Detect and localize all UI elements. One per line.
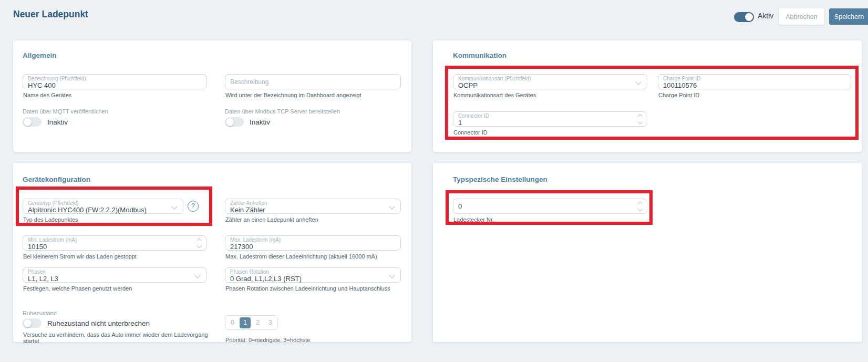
kommunikationsart-label: Kommunikationsart (Pflichtfeld) <box>458 76 633 82</box>
phasen-field: Phasen L1, L2, L3 Festlegen, welche Phas… <box>23 267 206 292</box>
modbus-toggle[interactable] <box>225 117 244 127</box>
kommunikationsart-select[interactable]: Kommunikationsart (Pflichtfeld) OCPP <box>453 74 647 89</box>
max-ladestrom-helper: Max. Ladestrom dieser Ladeeinrichtung (a… <box>225 253 401 260</box>
priority-option-0[interactable]: 0 <box>227 317 238 328</box>
ruhezustand-block: Ruhezustand Ruhezustand nicht unterbrech… <box>23 310 222 344</box>
min-ladestrom-input[interactable]: Min. Ladestrom (mA) 10150 <box>23 235 206 251</box>
toggle-knob <box>226 118 234 126</box>
max-ladestrom-input[interactable]: Max. Ladestrom (mA) 217300 <box>225 235 401 251</box>
connector-id-field: Connector ID 1 Connector ID <box>453 111 647 136</box>
bezeichnung-input[interactable]: Bezeichnung (Pflichtfeld) HYC 400 <box>23 74 206 89</box>
zaehler-value: Kein Zähler <box>230 206 387 214</box>
max-ladestrom-label: Max. Ladestrom (mA) <box>230 237 387 243</box>
ladestecker-field: 0 Ladestecker Nr. <box>453 199 647 223</box>
max-ladestrom-field: Max. Ladestrom (mA) 217300 Max. Ladestro… <box>225 235 401 260</box>
kommunikationsart-helper: Kommunikationsart des Gerätes <box>453 92 647 98</box>
chevron-down-icon[interactable] <box>389 272 395 278</box>
active-toggle-label: Aktiv <box>758 12 773 20</box>
phasen-rotation-label: Phasen Rotation <box>230 269 387 275</box>
mqtt-toggle-block: Daten über MQTT veröffentlichen Inaktiv <box>23 108 212 127</box>
min-ladestrom-field: Min. Ladestrom (mA) 10150 Bei kleinerem … <box>23 235 206 260</box>
zaehler-field: Zähler Anheften Kein Zähler Zähler an ei… <box>225 199 401 223</box>
bezeichnung-helper: Name des Gerätes <box>23 92 206 98</box>
card-title-typspezifisch: Typspezische Einstellungen <box>453 175 547 183</box>
beschreibung-placeholder: Beschreibung <box>230 78 387 86</box>
toggle-knob <box>745 13 753 21</box>
min-ladestrom-label: Min. Ladestrom (mA) <box>28 237 192 243</box>
modbus-toggle-label: Daten über Modbus TCP Server bereitstell… <box>225 108 414 115</box>
priority-selector: 0 1 2 3 <box>225 315 278 330</box>
cancel-button[interactable]: Abbrechen <box>779 8 824 25</box>
geraetetyp-value: Alpitronic HYC400 (FW:2.2.2)(Modbus) <box>28 206 169 214</box>
charge-point-id-label: Charge Point ID <box>663 76 837 82</box>
number-stepper[interactable] <box>198 239 201 247</box>
phasen-select[interactable]: Phasen L1, L2, L3 <box>23 267 206 283</box>
card-geraetekonfiguration: Gerätekonfiguration Gerätetyp (Pflichtfe… <box>13 163 411 342</box>
beschreibung-field: Beschreibung Wird unter der Bezeichnung … <box>225 74 401 98</box>
min-ladestrom-value: 10150 <box>28 243 192 251</box>
mqtt-toggle[interactable] <box>23 117 42 127</box>
save-button[interactable]: Speichern <box>829 8 868 25</box>
priority-option-2[interactable]: 2 <box>252 317 263 328</box>
zaehler-select[interactable]: Zähler Anheften Kein Zähler <box>225 199 401 214</box>
chevron-down-icon[interactable] <box>171 203 177 209</box>
priority-option-3[interactable]: 3 <box>265 317 276 328</box>
zaehler-helper: Zähler an einen Ladepunkt anheften <box>225 216 401 223</box>
priority-option-1-selected[interactable]: 1 <box>240 317 251 328</box>
connector-id-input[interactable]: Connector ID 1 <box>453 111 647 127</box>
charge-point-id-field: Charge Point ID 100110576 Charge Point I… <box>658 74 851 98</box>
phasen-label: Phasen <box>28 269 192 275</box>
connector-id-label: Connector ID <box>458 113 633 119</box>
bezeichnung-value: HYC 400 <box>28 82 192 89</box>
ladestecker-value: 0 <box>458 203 633 210</box>
ruhezustand-helper: Versuche zu verhindern, dass das Auto im… <box>23 332 222 344</box>
chevron-down-icon[interactable] <box>637 119 642 123</box>
number-stepper[interactable] <box>638 115 642 123</box>
zaehler-label: Zähler Anheften <box>230 200 387 206</box>
number-stepper[interactable] <box>638 202 642 210</box>
charge-point-id-input[interactable]: Charge Point ID 100110576 <box>658 74 851 89</box>
min-ladestrom-helper: Bei kleinerem Strom wir das Laden gestop… <box>23 253 206 260</box>
beschreibung-helper: Wird unter der Bezeichnung im Dashboard … <box>225 92 401 98</box>
ruhezustand-label: Ruhezustand <box>23 310 222 316</box>
chevron-down-icon[interactable] <box>197 243 201 247</box>
geraetetyp-select[interactable]: Gerätetyp (Pflichtfeld) Alpitronic HYC40… <box>23 199 183 214</box>
toggle-knob <box>24 319 32 327</box>
phasen-helper: Festlegen, welche Phasen genutzt werden <box>23 285 206 292</box>
kommunikationsart-field: Kommunikationsart (Pflichtfeld) OCPP Kom… <box>453 74 647 98</box>
geraetetyp-helper: Typ des Ladepunktes <box>23 216 183 223</box>
phasen-rotation-select[interactable]: Phasen Rotation 0 Grad, L1,L2,L3 (RST) <box>225 267 401 283</box>
active-toggle[interactable] <box>734 12 754 22</box>
card-allgemein: Allgemein Bezeichnung (Pflichtfeld) HYC … <box>13 40 411 152</box>
chevron-down-icon[interactable] <box>389 203 395 209</box>
bezeichnung-field: Bezeichnung (Pflichtfeld) HYC 400 Name d… <box>23 74 206 98</box>
phasen-value: L1, L2, L3 <box>28 275 192 283</box>
ladestecker-input[interactable]: 0 <box>453 199 647 214</box>
modbus-toggle-state: Inaktiv <box>250 118 270 126</box>
help-icon[interactable]: ? <box>188 201 199 212</box>
chevron-down-icon[interactable] <box>635 79 641 85</box>
card-kommunikation: Kommunikation Kommunikationsart (Pflicht… <box>433 40 862 152</box>
max-ladestrom-value: 217300 <box>230 243 387 251</box>
chevron-down-icon[interactable] <box>194 272 200 278</box>
card-typspezifisch: Typspezische Einstellungen 0 Ladestecker… <box>433 163 862 342</box>
priority-helper: Priorität: 0=niedrigste, 3=höchste <box>225 337 310 343</box>
charge-point-id-value: 100110576 <box>663 82 837 89</box>
charge-point-id-helper: Charge Point ID <box>658 92 851 98</box>
modbus-toggle-block: Daten über Modbus TCP Server bereitstell… <box>225 108 414 127</box>
phasen-rotation-helper: Phasen Rotation zwischen Ladeeinrichtung… <box>225 285 401 292</box>
bezeichnung-label: Bezeichnung (Pflichtfeld) <box>28 76 192 82</box>
card-title-kommunikation: Kommunikation <box>453 51 507 59</box>
ladestecker-helper: Ladestecker Nr. <box>453 216 647 223</box>
geraetetyp-field: Gerätetyp (Pflichtfeld) Alpitronic HYC40… <box>23 199 183 223</box>
card-title-geraetekonfiguration: Gerätekonfiguration <box>23 175 90 183</box>
connector-id-value: 1 <box>458 119 633 127</box>
geraetetyp-label: Gerätetyp (Pflichtfeld) <box>28 200 169 206</box>
connector-id-helper: Connector ID <box>453 129 647 136</box>
mqtt-toggle-state: Inaktiv <box>47 118 68 126</box>
chevron-down-icon[interactable] <box>637 206 642 211</box>
ruhezustand-toggle[interactable] <box>23 318 42 328</box>
mqtt-toggle-label: Daten über MQTT veröffentlichen <box>23 108 212 115</box>
phasen-rotation-field: Phasen Rotation 0 Grad, L1,L2,L3 (RST) P… <box>225 267 401 292</box>
beschreibung-input[interactable]: Beschreibung <box>225 74 401 89</box>
